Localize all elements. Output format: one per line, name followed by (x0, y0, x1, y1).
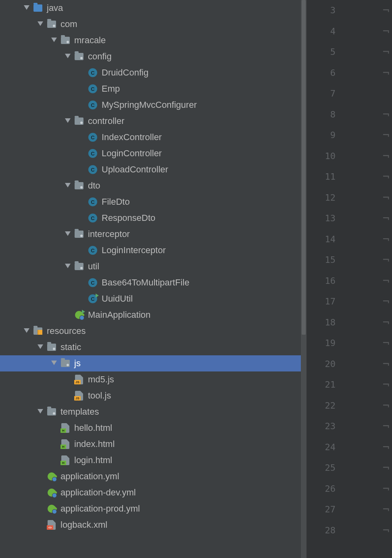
gutter-fold-mark[interactable]: ⌐ (380, 104, 392, 125)
chevron-down-icon[interactable] (64, 182, 72, 190)
line-number[interactable]: 24 (307, 437, 343, 458)
chevron-down-icon[interactable] (64, 262, 72, 271)
tree-item[interactable]: CLoginInterceptor (0, 242, 307, 258)
line-number[interactable]: 20 (307, 354, 343, 375)
tree-item[interactable]: controller (0, 113, 307, 129)
scrollbar-vertical[interactable] (301, 0, 307, 558)
gutter-fold-mark[interactable]: ⌐ (380, 478, 392, 499)
tree-item[interactable]: java (0, 0, 307, 16)
tree-item[interactable]: Hhello.html (0, 420, 307, 436)
line-number[interactable]: 13 (307, 208, 343, 229)
tree-item[interactable]: MainApplication (0, 307, 307, 323)
gutter-fold-mark[interactable]: ⌐ (380, 229, 392, 250)
gutter-fold-mark[interactable]: ⌐ (380, 21, 392, 42)
tree-item[interactable]: util (0, 258, 307, 275)
line-number[interactable]: 26 (307, 478, 343, 499)
line-number[interactable]: 4 (307, 21, 343, 42)
gutter-fold-mark[interactable]: ⌐ (380, 520, 392, 541)
chevron-down-icon[interactable] (23, 327, 31, 335)
tree-item[interactable]: Hlogin.html (0, 452, 307, 468)
gutter-fold-mark[interactable]: ⌐ (380, 250, 392, 271)
chevron-down-icon[interactable] (36, 343, 44, 351)
tree-item[interactable]: config (0, 48, 307, 65)
tree-item[interactable]: CIndexController (0, 129, 307, 145)
gutter-fold-mark[interactable]: ⌐ (380, 291, 392, 312)
gutter-fold-mark[interactable]: ⌐ (380, 146, 392, 167)
tree-item[interactable]: js (0, 355, 307, 371)
gutter-fold-mark[interactable]: ⌐ (380, 354, 392, 375)
chevron-down-icon[interactable] (50, 359, 58, 367)
tree-item[interactable]: CDruidConfig (0, 65, 307, 81)
line-number[interactable]: 25 (307, 457, 343, 478)
gutter-fold-mark[interactable]: ⌐ (380, 42, 392, 63)
chevron-down-icon[interactable] (36, 408, 44, 416)
gutter-fold-mark[interactable]: ⌐ (380, 437, 392, 458)
tree-item[interactable]: interceptor (0, 226, 307, 242)
gutter-fold-mark[interactable]: ⌐ (380, 63, 392, 84)
gutter-fold-mark[interactable]: ⌐ (380, 499, 392, 520)
line-number[interactable]: 8 (307, 104, 343, 125)
tree-item[interactable]: CResponseDto (0, 210, 307, 226)
gutter-fold-mark[interactable]: ⌐ (380, 374, 392, 395)
line-number[interactable]: 17 (307, 291, 343, 312)
gutter-fold-mark[interactable]: ⌐ (380, 0, 392, 21)
tree-item[interactable]: JSmd5.js (0, 371, 307, 388)
tree-item[interactable]: application-prod.yml (0, 501, 307, 517)
tree-item[interactable]: CLoginController (0, 145, 307, 162)
chevron-down-icon[interactable] (50, 36, 58, 44)
tree-item[interactable]: com (0, 16, 307, 32)
line-number[interactable]: 19 (307, 333, 343, 354)
gutter-fold-mark[interactable]: ⌐ (380, 457, 392, 478)
line-number[interactable]: 14 (307, 229, 343, 250)
line-number[interactable]: 5 (307, 42, 343, 63)
line-number[interactable]: 28 (307, 520, 343, 541)
tree-item[interactable]: mracale (0, 32, 307, 48)
line-number[interactable]: 27 (307, 499, 343, 520)
tree-item[interactable]: CUploadController (0, 162, 307, 178)
tree-item[interactable]: CUuidUtil (0, 291, 307, 307)
tree-item[interactable]: <>logback.xml (0, 517, 307, 533)
line-number[interactable]: 3 (307, 0, 343, 21)
tree-item[interactable]: Hindex.html (0, 436, 307, 452)
tree-item[interactable]: CEmp (0, 81, 307, 97)
line-number[interactable]: 12 (307, 187, 343, 208)
line-number[interactable]: 6 (307, 63, 343, 84)
chevron-down-icon[interactable] (36, 20, 44, 28)
line-number[interactable]: 22 (307, 395, 343, 416)
tree-item[interactable]: templates (0, 404, 307, 420)
line-number[interactable]: 15 (307, 250, 343, 271)
gutter-fold-mark[interactable]: ⌐ (380, 333, 392, 354)
gutter-fold-mark[interactable]: ⌐ (380, 166, 392, 187)
line-number[interactable]: 21 (307, 374, 343, 395)
gutter-fold-mark[interactable]: ⌐ (380, 208, 392, 229)
line-number[interactable]: 10 (307, 146, 343, 167)
tree-item[interactable]: CMySpringMvcConfigurer (0, 97, 307, 113)
project-tree[interactable]: javacommracaleconfigCDruidConfigCEmpCMyS… (0, 0, 307, 533)
line-number[interactable]: 9 (307, 125, 343, 146)
tree-item[interactable]: JStool.js (0, 388, 307, 404)
gutter-fold-mark[interactable]: ⌐ (380, 125, 392, 146)
tree-item[interactable]: resources (0, 323, 307, 339)
tree-item[interactable]: static (0, 339, 307, 355)
line-number[interactable]: 16 (307, 271, 343, 292)
chevron-down-icon[interactable] (64, 117, 72, 125)
tree-item[interactable]: CBase64ToMultipartFile (0, 275, 307, 291)
chevron-down-icon[interactable] (64, 230, 72, 238)
tree-item[interactable]: dto (0, 178, 307, 194)
gutter-fold-mark[interactable]: ⌐ (380, 312, 392, 333)
gutter-fold-mark[interactable]: ⌐ (380, 187, 392, 208)
line-number[interactable]: 11 (307, 166, 343, 187)
tree-item[interactable]: CFileDto (0, 194, 307, 210)
tree-item[interactable]: application-dev.yml (0, 485, 307, 501)
chevron-down-icon[interactable] (64, 52, 72, 61)
line-number[interactable]: 7 (307, 83, 343, 104)
tree-item[interactable]: application.yml (0, 468, 307, 485)
scrollbar-thumb[interactable] (302, 0, 306, 335)
gutter-fold-mark[interactable]: ⌐ (380, 416, 392, 437)
line-number[interactable]: 23 (307, 416, 343, 437)
gutter-fold-mark[interactable]: ⌐ (380, 395, 392, 416)
gutter-fold-mark[interactable] (380, 83, 392, 104)
chevron-down-icon[interactable] (23, 4, 31, 12)
line-number[interactable]: 18 (307, 312, 343, 333)
gutter-fold-mark[interactable]: ⌐ (380, 271, 392, 292)
